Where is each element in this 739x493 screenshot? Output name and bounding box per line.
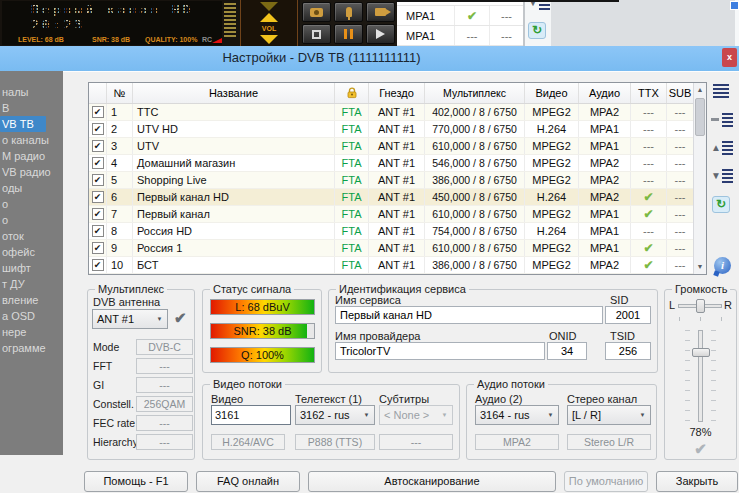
channel-checkbox[interactable]: ✔ bbox=[92, 259, 104, 271]
sidebar-item[interactable]: офейс bbox=[0, 244, 63, 260]
header-sub[interactable]: SUB bbox=[667, 83, 693, 103]
move-down-icon[interactable] bbox=[711, 168, 733, 183]
record-audio-button[interactable] bbox=[334, 2, 363, 22]
sidebar-item[interactable]: VB ТВ bbox=[0, 116, 46, 132]
autoscan-button[interactable]: Автосканирование bbox=[308, 471, 556, 492]
snapshot-button[interactable] bbox=[302, 2, 331, 22]
table-header: № Название Гнездо Мультиплекс Видео Ауди… bbox=[89, 83, 706, 104]
sidebar-item[interactable]: VB радио bbox=[0, 164, 63, 180]
header-video[interactable]: Видео bbox=[525, 83, 579, 103]
sidebar-item[interactable]: ограмме bbox=[0, 340, 63, 356]
dialog-titlebar[interactable]: Настройки - DVB ТВ (1111111111) x bbox=[0, 46, 739, 71]
balance-slider-thumb[interactable] bbox=[696, 299, 705, 313]
channel-row[interactable]: ✔8Россия HDFTAANT #1754,000 / 8 / 6750H.… bbox=[89, 223, 706, 240]
sidebar-item[interactable]: о bbox=[0, 196, 63, 212]
channel-name: TTC bbox=[133, 104, 335, 120]
header-ttx[interactable]: TTX bbox=[631, 83, 667, 103]
volume-slider-thumb[interactable] bbox=[692, 348, 710, 357]
play-button[interactable] bbox=[366, 24, 395, 44]
provider-label: Имя провайдера bbox=[335, 330, 420, 342]
teletext-select[interactable]: 3162 - rus bbox=[295, 405, 375, 425]
header-access[interactable] bbox=[335, 83, 369, 103]
close-dialog-button[interactable]: Закрыть bbox=[656, 471, 738, 492]
mux-param-value: --- bbox=[136, 415, 193, 431]
refresh-list-icon[interactable] bbox=[712, 196, 730, 213]
channel-checkbox[interactable]: ✔ bbox=[92, 191, 104, 203]
sidebar-item[interactable]: о каналы bbox=[0, 132, 63, 148]
header-mux[interactable]: Мультиплекс bbox=[425, 83, 525, 103]
channel-row[interactable]: ✔5Shopping LiveFTAANT #1386,000 / 8 / 67… bbox=[89, 172, 706, 189]
channel-row[interactable]: ✔10БСТFTAANT #1386,000 / 8 / 6750MPEG2MP… bbox=[89, 257, 706, 274]
record-video-button[interactable] bbox=[366, 2, 395, 22]
move-up-icon[interactable] bbox=[711, 140, 733, 155]
channel-row[interactable]: ✔3UTVFTAANT #1610,000 / 8 / 6750MPEG2MPA… bbox=[89, 138, 706, 155]
channel-access: FTA bbox=[335, 240, 369, 256]
channel-down-icon[interactable] bbox=[260, 2, 278, 11]
channel-access: FTA bbox=[335, 121, 369, 137]
channel-multiplex: 386,000 / 8 / 6750 bbox=[425, 172, 525, 188]
header-socket[interactable]: Гнездо bbox=[369, 83, 425, 103]
sidebar-item[interactable]: М радио bbox=[0, 148, 63, 164]
sid-field[interactable]: 2001 bbox=[605, 306, 651, 324]
channel-checkbox[interactable]: ✔ bbox=[92, 123, 104, 135]
service-name-field[interactable]: Первый канал HD bbox=[335, 306, 603, 324]
provider-field[interactable]: TricolorTV bbox=[335, 342, 545, 360]
channel-checkbox[interactable]: ✔ bbox=[92, 208, 104, 220]
sidebar-item[interactable]: налы bbox=[0, 84, 63, 100]
channel-volume-controls: VOL bbox=[240, 0, 298, 46]
sidebar-item[interactable]: В bbox=[0, 100, 63, 116]
sidebar-item[interactable]: нере bbox=[0, 324, 63, 340]
volume-down-icon[interactable] bbox=[260, 35, 278, 44]
channel-table[interactable]: № Название Гнездо Мультиплекс Видео Ауди… bbox=[88, 82, 707, 275]
channel-sub: --- bbox=[667, 257, 693, 273]
stop-button[interactable] bbox=[302, 24, 331, 44]
close-button[interactable]: x bbox=[722, 48, 737, 67]
channel-row[interactable]: ✔7Первый каналFTAANT #1610,000 / 8 / 675… bbox=[89, 206, 706, 223]
channel-socket: ANT #1 bbox=[369, 172, 425, 188]
channel-checkbox[interactable]: ✔ bbox=[92, 174, 104, 186]
channel-checkbox[interactable]: ✔ bbox=[92, 106, 104, 118]
scrollbar-thumb[interactable] bbox=[695, 98, 705, 136]
channel-checkbox[interactable]: ✔ bbox=[92, 140, 104, 152]
sidebar-item[interactable]: т ДУ bbox=[0, 276, 63, 292]
video-pid-input[interactable]: 3161 bbox=[211, 405, 291, 425]
onid-field[interactable]: 34 bbox=[547, 342, 587, 360]
channel-checkbox[interactable]: ✔ bbox=[92, 242, 104, 254]
channel-row[interactable]: ✔4Домашний магазинFTAANT #1546,000 / 8 /… bbox=[89, 155, 706, 172]
scroll-down-icon[interactable] bbox=[694, 260, 706, 274]
channel-access: FTA bbox=[335, 172, 369, 188]
audio-select[interactable]: 3164 - rus bbox=[475, 405, 559, 425]
sidebar-item[interactable]: оток bbox=[0, 228, 63, 244]
sidebar-item[interactable]: оды bbox=[0, 180, 63, 196]
header-audio[interactable]: Аудио bbox=[579, 83, 631, 103]
antenna-select[interactable]: ANT #1 bbox=[92, 309, 168, 329]
faq-button[interactable]: FAQ онлайн bbox=[196, 471, 300, 492]
channel-ttx: ✔ bbox=[631, 257, 667, 273]
sidebar-item[interactable]: вление bbox=[0, 292, 63, 308]
channel-row[interactable]: ✔2UTV HDFTAANT #1770,000 / 8 / 6750H.264… bbox=[89, 121, 706, 138]
header-num[interactable]: № bbox=[107, 83, 133, 103]
channel-name: Shopping Live bbox=[133, 172, 335, 188]
channel-name: Россия 1 bbox=[133, 240, 335, 256]
channel-row[interactable]: ✔6Первый канал HDFTAANT #1450,000 / 8 / … bbox=[89, 189, 706, 206]
channel-row[interactable]: ✔1TTCFTAANT #1402,000 / 8 / 6750MPEG2MPA… bbox=[89, 104, 706, 121]
table-scrollbar[interactable] bbox=[693, 83, 706, 274]
channel-checkbox[interactable]: ✔ bbox=[92, 157, 104, 169]
pause-button[interactable] bbox=[334, 24, 363, 44]
channel-video-codec: H.264 bbox=[525, 223, 579, 239]
volume-slider[interactable] bbox=[698, 330, 703, 422]
tsid-field[interactable]: 256 bbox=[605, 342, 651, 360]
sidebar-item[interactable]: а OSD bbox=[0, 308, 63, 324]
scroll-up-icon[interactable] bbox=[694, 83, 706, 97]
channel-list-icon[interactable] bbox=[713, 84, 729, 98]
stereo-select[interactable]: [L / R] bbox=[567, 405, 651, 425]
info-icon[interactable] bbox=[714, 257, 731, 274]
sidebar-item[interactable]: о bbox=[0, 212, 63, 228]
volume-up-icon[interactable] bbox=[260, 13, 278, 22]
help-button[interactable]: Помощь - F1 bbox=[84, 471, 188, 492]
channel-checkbox[interactable]: ✔ bbox=[92, 225, 104, 237]
header-name[interactable]: Название bbox=[133, 83, 335, 103]
remove-channel-icon[interactable] bbox=[711, 112, 733, 127]
sidebar-item[interactable]: шифт bbox=[0, 260, 63, 276]
channel-row[interactable]: ✔9Россия 1FTAANT #1610,000 / 8 / 6750MPE… bbox=[89, 240, 706, 257]
